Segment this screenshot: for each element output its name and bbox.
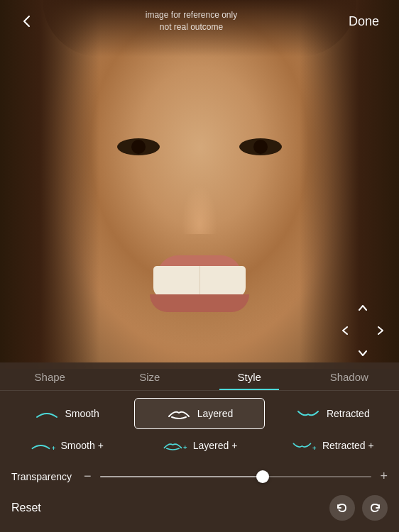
smooth-plus-icon: + (30, 438, 55, 453)
done-button[interactable]: Done (343, 11, 385, 32)
move-down-button[interactable] (353, 343, 373, 363)
tab-shadow[interactable]: Shadow (300, 362, 400, 390)
layered-label: Layered (197, 408, 234, 419)
redo-button[interactable] (362, 495, 388, 521)
position-controls (335, 298, 390, 363)
transparency-slider-track (100, 476, 372, 477)
action-icons (329, 495, 388, 521)
reset-button[interactable]: Reset (11, 501, 41, 514)
svg-text:+: + (51, 444, 55, 452)
style-layered-plus[interactable]: + Layered + (133, 431, 266, 460)
retracted-plus-label: Retracted + (322, 440, 374, 451)
svg-text:+: + (312, 444, 317, 452)
style-smooth-plus[interactable]: + Smooth + (0, 431, 133, 460)
style-smooth[interactable]: Smooth (0, 397, 133, 431)
move-right-button[interactable] (371, 321, 390, 340)
retracted-icon (295, 406, 321, 421)
retracted-label: Retracted (327, 408, 370, 419)
back-button[interactable] (14, 9, 40, 34)
style-retracted-plus[interactable]: + Retracted + (266, 431, 399, 460)
bottom-panel: Shape Size Style Shadow Smooth Layered (0, 362, 399, 532)
transparency-increase-button[interactable]: + (380, 469, 388, 484)
header-disclaimer: image for reference only not real outcom… (146, 9, 237, 33)
transparency-slider-thumb[interactable] (256, 470, 269, 483)
svg-text:+: + (183, 443, 187, 451)
tab-size[interactable]: Size (100, 362, 200, 390)
tab-style[interactable]: Style (200, 362, 300, 390)
smooth-icon (34, 406, 60, 421)
move-up-button[interactable] (353, 298, 373, 318)
tab-bar: Shape Size Style Shadow (0, 362, 399, 391)
smooth-plus-label: Smooth + (61, 440, 104, 451)
bottom-actions: Reset (0, 489, 399, 525)
transparency-decrease-button[interactable]: − (84, 469, 92, 484)
transparency-row: Transparency − + (0, 463, 399, 489)
style-grid: Smooth Layered Retracted (0, 391, 399, 463)
smooth-label: Smooth (65, 408, 99, 419)
top-bar: image for reference only not real outcom… (0, 0, 399, 43)
undo-button[interactable] (329, 495, 355, 521)
transparency-label: Transparency (11, 471, 75, 482)
layered-plus-label: Layered + (193, 440, 238, 451)
layered-icon (166, 406, 192, 421)
move-left-button[interactable] (335, 321, 355, 340)
style-retracted[interactable]: Retracted (266, 397, 399, 431)
transparency-slider-fill (100, 476, 263, 477)
style-layered[interactable]: Layered (134, 398, 264, 429)
tab-shape[interactable]: Shape (0, 362, 100, 390)
layered-plus-icon: + (162, 438, 187, 453)
retracted-plus-icon: + (291, 438, 317, 453)
